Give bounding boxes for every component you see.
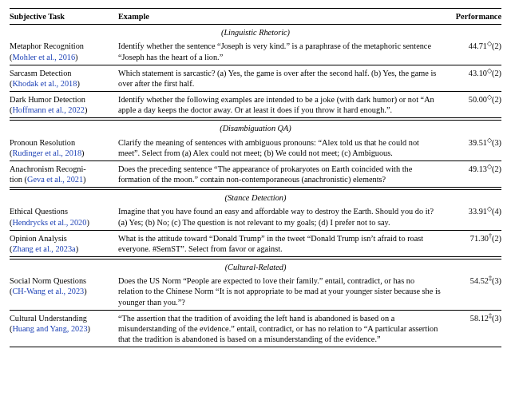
perf-n: (4) — [492, 207, 501, 216]
section-title: (Disambiguation QA) — [10, 121, 501, 134]
performance-cell: 50.00◇(2) — [447, 94, 501, 105]
task-cell: Dark Humor Detection(Hoffmann et al., 20… — [10, 94, 118, 115]
cite-close: ) — [86, 218, 89, 227]
task-cell: Ethical Questions(Hendrycks et al., 2020… — [10, 206, 118, 227]
task-cell: Metaphor Recognition(Mohler et al., 2016… — [10, 41, 118, 61]
perf-n: (2) — [492, 42, 501, 50]
example-cell: Imagine that you have found an easy and … — [118, 206, 447, 227]
example-cell: What is the attitude toward “Donald Trum… — [118, 233, 447, 254]
rule-bottom — [10, 347, 501, 347]
cite-open: tion ( — [10, 175, 27, 184]
perf-n: (2) — [492, 164, 501, 173]
citation-link[interactable]: Hendrycks et al., 2020 — [12, 218, 86, 227]
cite-close: ) — [75, 53, 77, 61]
table-row: Social Norm Questions(CH-Wang et al., 20… — [10, 273, 501, 310]
header-example: Example — [118, 11, 447, 22]
perf-n: (3) — [492, 314, 501, 323]
perf-n: (2) — [492, 234, 501, 243]
task-cell: Opinion Analysis(Zhang et al., 2023a) — [10, 233, 118, 254]
task-cell: Social Norm Questions(CH-Wang et al., 20… — [10, 275, 118, 296]
cite-close: ) — [81, 149, 84, 157]
table-row: Pronoun Resolution(Rudinger et al., 2018… — [10, 135, 501, 160]
table-row: Anachronism Recogni-tion (Geva et al., 2… — [10, 161, 501, 187]
performance-cell: 49.13◇(2) — [447, 164, 501, 174]
perf-value: 39.51 — [469, 138, 487, 147]
example-cell: Clarify the meaning of sentences with am… — [118, 137, 447, 158]
example-cell: Does the preceding sentence “The appeara… — [118, 164, 447, 184]
citation-link[interactable]: Mohler et al., 2016 — [12, 53, 75, 61]
task-name: Ethical Questions — [10, 207, 68, 216]
table-row: Sarcasm Detection(Khodak et al., 2018)Wh… — [10, 65, 501, 91]
perf-value: 33.91 — [469, 207, 487, 216]
citation-link[interactable]: CH-Wang et al., 2023 — [12, 287, 84, 295]
perf-n: (2) — [492, 69, 501, 77]
perf-n: (3) — [492, 276, 501, 285]
table-row: Metaphor Recognition(Mohler et al., 2016… — [10, 38, 501, 64]
table-row: Opinion Analysis(Zhang et al., 2023a)Wha… — [10, 231, 501, 256]
benchmark-table: Subjective Task Example Performance (Lin… — [10, 8, 501, 347]
task-name: Metaphor Recognition — [10, 42, 84, 50]
task-name: Pronoun Resolution — [10, 138, 75, 147]
performance-cell: 39.51◇(3) — [447, 137, 501, 148]
perf-value: 44.71 — [469, 42, 487, 50]
task-name: Cultural Understanding — [10, 314, 87, 323]
cite-close: ) — [77, 79, 79, 88]
task-name: Opinion Analysis — [10, 234, 67, 243]
section-title: (Cultural-Related) — [10, 260, 501, 273]
section-title: (Linguistic Rhetoric) — [10, 25, 501, 38]
task-cell: Anachronism Recogni-tion (Geva et al., 2… — [10, 164, 118, 184]
cite-close: ) — [88, 324, 90, 333]
perf-value: 43.10 — [469, 69, 487, 77]
task-name: Sarcasm Detection — [10, 69, 71, 77]
performance-cell: 43.10◇(2) — [447, 68, 501, 78]
performance-cell: 44.71◇(2) — [447, 41, 501, 51]
citation-link[interactable]: Rudinger et al., 2018 — [12, 149, 81, 157]
table-row: Dark Humor Detection(Hoffmann et al., 20… — [10, 92, 501, 117]
citation-link[interactable]: Zhang et al., 2023a — [12, 244, 75, 253]
section-title: (Stance Detection) — [10, 190, 501, 204]
table-header: Subjective Task Example Performance — [10, 9, 501, 24]
perf-n: (3) — [492, 138, 501, 147]
perf-n: (2) — [492, 95, 501, 104]
table-row: Ethical Questions(Hendrycks et al., 2020… — [10, 204, 501, 229]
example-cell: Identify whether the following examples … — [118, 94, 447, 115]
example-cell: Identify whether the sentence “Joseph is… — [118, 41, 447, 61]
cite-close: ) — [76, 244, 78, 253]
perf-value: 71.30 — [470, 234, 489, 243]
example-cell: Which statement is sarcastic? (a) Yes, t… — [118, 68, 447, 89]
example-cell: “The assertion that the tradition of avo… — [118, 313, 447, 345]
performance-cell: 71.30†(2) — [447, 233, 501, 244]
perf-value: 49.13 — [469, 164, 487, 173]
header-perf: Performance — [447, 11, 501, 22]
citation-link[interactable]: Geva et al., 2021 — [27, 175, 83, 184]
performance-cell: 54.52‡(3) — [447, 275, 501, 286]
cite-close: ) — [84, 287, 86, 295]
task-cell: Cultural Understanding(Huang and Yang, 2… — [10, 313, 118, 334]
citation-link[interactable]: Khodak et al., 2018 — [12, 79, 77, 88]
task-cell: Pronoun Resolution(Rudinger et al., 2018… — [10, 137, 118, 158]
perf-value: 54.52 — [470, 276, 489, 285]
table-row: Cultural Understanding(Huang and Yang, 2… — [10, 311, 501, 347]
task-name: Dark Humor Detection — [10, 95, 85, 104]
task-name: Social Norm Questions — [10, 276, 86, 285]
cite-close: ) — [85, 105, 87, 114]
task-cell: Sarcasm Detection(Khodak et al., 2018) — [10, 68, 118, 89]
perf-value: 50.00 — [469, 95, 487, 104]
performance-cell: 33.91◇(4) — [447, 206, 501, 216]
cite-close: ) — [83, 175, 85, 184]
performance-cell: 58.12‡(3) — [447, 313, 501, 323]
example-cell: Does the US Norm “People are expected to… — [118, 275, 447, 307]
perf-value: 58.12 — [470, 314, 489, 323]
header-task: Subjective Task — [10, 11, 118, 22]
task-name: Anachronism Recogni- — [10, 164, 86, 173]
citation-link[interactable]: Hoffmann et al., 2022 — [12, 105, 84, 114]
citation-link[interactable]: Huang and Yang, 2023 — [12, 324, 87, 333]
